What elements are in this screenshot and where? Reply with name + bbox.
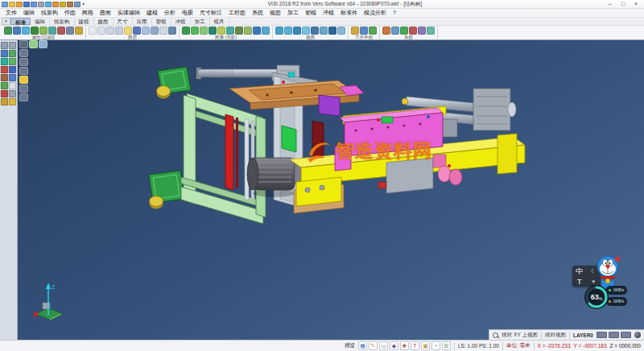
toolbar-icon[interactable] — [284, 27, 292, 35]
toolbar-icon[interactable] — [57, 27, 65, 35]
toolbar-icon[interactable] — [226, 27, 234, 35]
menu-item[interactable]: 系统 — [249, 9, 266, 17]
menu-item[interactable]: 编辑 — [20, 9, 38, 17]
toolbar-icon[interactable] — [133, 27, 141, 35]
menu-item[interactable]: 电极 — [179, 9, 196, 17]
quick-access-icon[interactable] — [31, 2, 37, 7]
toolbar-icon[interactable] — [275, 27, 283, 35]
viewport-canvas[interactable]: 智造资料网 Z 中 ☾ T ▾ — [18, 40, 644, 340]
menu-item[interactable]: 曲面 — [97, 9, 114, 17]
menu-item[interactable]: 标准件 — [337, 9, 361, 17]
ime-textmode-button[interactable]: T — [577, 278, 582, 286]
quick-access-icon[interactable] — [2, 2, 8, 7]
sidebar-tool-icon[interactable] — [1, 42, 8, 49]
toolbar-icon[interactable] — [124, 27, 132, 35]
model-slide-bar[interactable] — [225, 114, 238, 190]
toolbar-icon[interactable] — [89, 27, 97, 35]
sidebar-tool-icon[interactable] — [9, 82, 16, 89]
toolbar-icon[interactable] — [244, 27, 252, 35]
toolbar-icon[interactable] — [48, 27, 56, 35]
toolbar-icon[interactable] — [400, 27, 408, 35]
view-tool-icon[interactable] — [19, 93, 28, 101]
menu-item[interactable]: 线架构 — [38, 9, 61, 17]
quick-access-caret-icon[interactable]: ▾ — [82, 2, 85, 7]
sidebar-tool-icon[interactable] — [1, 58, 8, 65]
toolbar-icon[interactable] — [337, 27, 345, 35]
ribbon-tab[interactable]: 模具 — [210, 18, 229, 25]
maximize-button[interactable]: □ — [617, 1, 630, 8]
view-tool-icon[interactable] — [39, 40, 47, 48]
toolbar-icon[interactable] — [217, 27, 225, 35]
toolbar-icon[interactable] — [235, 27, 243, 35]
quick-access-icon[interactable] — [60, 2, 66, 7]
snap-toggle-icon[interactable]: ✎ — [369, 341, 378, 350]
toolbar-icon[interactable] — [22, 27, 30, 35]
snap-toggle-icon[interactable]: T — [411, 341, 419, 350]
toolbar-icon[interactable] — [142, 27, 150, 35]
quick-access-icon[interactable] — [45, 2, 52, 7]
toolbar-icon[interactable] — [182, 27, 190, 35]
render-mode-icon[interactable] — [634, 332, 641, 338]
menu-item[interactable]: 实体编辑 — [114, 9, 143, 17]
toolbar-icon[interactable] — [151, 27, 159, 35]
menu-item[interactable]: 视图 — [266, 9, 284, 17]
quick-access-icon[interactable] — [23, 2, 30, 7]
toolbar-icon[interactable] — [409, 27, 417, 35]
model-mount-pad-top[interactable] — [157, 67, 192, 99]
menu-item[interactable]: 模流分析 — [361, 9, 390, 17]
toolbar-icon[interactable] — [328, 27, 336, 35]
view-plane-label[interactable]: 绝对 XY 上视图 — [502, 332, 538, 339]
quick-access-icon[interactable] — [52, 2, 59, 7]
model-mount-pad-bottom[interactable] — [149, 171, 184, 209]
menu-item[interactable]: ? — [390, 9, 399, 17]
view-tool-icon[interactable] — [29, 40, 38, 48]
snap-toggle-icon[interactable]: ▭ — [379, 341, 388, 350]
sidebar-tool-icon[interactable] — [1, 50, 8, 57]
ribbon-tab[interactable]: 尺寸 — [114, 18, 133, 25]
toolbar-icon[interactable] — [39, 27, 47, 35]
toolbar-icon[interactable] — [302, 27, 310, 35]
snap-toggle-icon[interactable]: ⊞ — [442, 341, 451, 350]
performance-gauge[interactable]: 63% — [584, 284, 609, 310]
magnifier-icon[interactable] — [493, 332, 498, 338]
layer-swatch[interactable] — [609, 332, 619, 338]
sidebar-tool-icon[interactable] — [9, 66, 16, 73]
toolbar-icon[interactable] — [97, 27, 105, 35]
toolbar-icon[interactable] — [191, 27, 199, 35]
sidebar-tool-icon[interactable] — [9, 50, 16, 57]
toolbar-icon[interactable] — [200, 27, 208, 35]
menu-item[interactable]: 冲模 — [320, 9, 337, 17]
menu-item[interactable]: 分析 — [161, 9, 179, 17]
toolbar-icon[interactable] — [159, 27, 167, 35]
ribbon-tab[interactable]: 应用 — [133, 18, 152, 25]
model-top-plate[interactable] — [229, 81, 364, 109]
toolbar-icon[interactable] — [351, 27, 359, 35]
quick-access-icon[interactable] — [16, 2, 23, 7]
toolbar-icon[interactable] — [115, 27, 123, 35]
toolbar-icon[interactable] — [418, 27, 426, 35]
toolbar-icon[interactable] — [13, 27, 21, 35]
snap-toggle-icon[interactable]: ✚ — [400, 341, 409, 350]
view-tool-icon[interactable] — [19, 76, 28, 84]
toolbar-icon[interactable] — [4, 27, 12, 35]
toolbar-icon[interactable] — [360, 27, 368, 35]
toolbar-icon[interactable] — [253, 27, 261, 35]
menu-item[interactable]: 文件 — [2, 9, 20, 17]
sidebar-tool-icon[interactable] — [9, 58, 16, 65]
model-spacer-plate[interactable] — [319, 95, 340, 116]
ribbon-tab[interactable]: 塑模 — [152, 18, 171, 25]
sidebar-tool-icon[interactable] — [1, 90, 8, 97]
ribbon-tab[interactable]: 标准 — [10, 18, 31, 25]
toolbar-icon[interactable] — [311, 27, 319, 35]
toolbar-icon[interactable] — [31, 27, 39, 35]
snap-toggle-icon[interactable]: ◆ — [390, 341, 398, 350]
view-tool-icon[interactable] — [19, 40, 28, 48]
quick-access-icon[interactable] — [67, 2, 73, 7]
ribbon-tab[interactable]: 冲模 — [171, 18, 191, 25]
menu-item[interactable]: 加工 — [284, 9, 302, 17]
quick-access-icon[interactable] — [38, 2, 44, 7]
sidebar-tool-icon[interactable] — [9, 74, 16, 81]
ribbon-tab[interactable]: 曲面 — [94, 18, 114, 25]
view-tool-icon[interactable] — [19, 49, 28, 57]
menu-item[interactable]: 塑模 — [302, 9, 320, 17]
